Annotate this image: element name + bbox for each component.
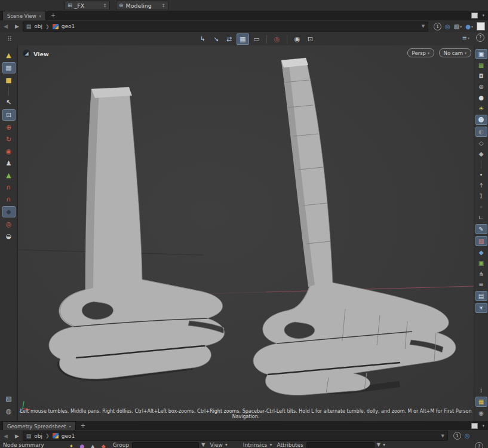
tab-geometry-spreadsheet[interactable]: Geometry Spreadsheet ▾ — [2, 421, 76, 431]
attributes-caret-icon[interactable]: ▾ — [383, 442, 385, 447]
view-caret-icon[interactable]: ▾ — [225, 442, 228, 447]
scene-viewport[interactable]: ◢ View Persp▾ No cam▾ Left mouse tumbles… — [18, 45, 474, 421]
chevron-down-icon[interactable]: ▾ — [39, 14, 41, 18]
link-target-icon[interactable]: ◎ — [445, 23, 450, 30]
point-numbers-icon[interactable]: 1 — [476, 192, 487, 201]
view-options-gear-icon[interactable]: ⊛ — [476, 82, 487, 91]
view-highlight-icon[interactable]: ▣ — [475, 49, 487, 59]
group-input[interactable] — [132, 442, 199, 448]
view-pane-menu-icon[interactable]: ◢ — [23, 50, 30, 57]
vertex-markers-icon[interactable]: ◦ — [476, 202, 487, 211]
filter-funnel-icon[interactable]: ▼ — [201, 442, 205, 447]
model-left[interactable] — [49, 87, 225, 381]
network-path-field[interactable]: ▤ obj ❯ geo1 ▼ — [23, 22, 428, 32]
rotate-tool-icon[interactable]: ↻ — [3, 134, 15, 145]
translate-tool-icon[interactable]: ⊕ — [3, 122, 15, 133]
render-view-icon[interactable]: ▧ — [3, 394, 15, 404]
filter-funnel-icon[interactable]: ▼ — [377, 442, 380, 447]
grid-display-icon[interactable]: ▦ — [476, 61, 487, 70]
box-zoom-icon[interactable]: ▭ — [251, 34, 262, 44]
new-tab-button[interactable]: + — [81, 423, 85, 429]
cube-menu-icon[interactable]: ▧▾ — [454, 23, 462, 30]
orientation-pick-icon[interactable]: ↳ — [197, 34, 208, 44]
path-segment-obj[interactable]: obj — [34, 23, 42, 29]
high-quality-light-icon[interactable]: ☻ — [475, 115, 487, 125]
eye-icon[interactable]: ◉ — [476, 409, 487, 418]
nav-forward-icon[interactable]: ▶ — [11, 23, 23, 29]
color-swatch[interactable] — [477, 22, 485, 30]
attributes-input[interactable] — [306, 442, 375, 448]
camera-select-button[interactable]: No cam▾ — [439, 48, 471, 57]
pane-menu-icon[interactable]: ▾ — [482, 13, 484, 18]
point-markers-icon[interactable]: • — [476, 170, 487, 179]
secure-selection-lock-icon[interactable]: ⊡ — [2, 109, 16, 121]
path-segment-geo1[interactable]: geo1 — [62, 433, 75, 439]
primitives-class-icon[interactable]: ▲ — [88, 442, 97, 448]
link-target-icon[interactable]: ◎ — [465, 432, 470, 439]
toolbar-drag-handle-icon[interactable]: ⠿ — [7, 35, 13, 43]
objects-mode-icon[interactable]: ▲ — [3, 50, 15, 60]
environment-menu-icon[interactable]: ◆ — [476, 149, 487, 158]
image-plane-icon[interactable]: ▣ — [476, 259, 487, 268]
primitives-mode-icon[interactable]: ■ — [3, 75, 15, 85]
view-tool-icon[interactable]: ◆ — [2, 206, 16, 217]
network-hierarchy-icon[interactable]: ≡▾ — [462, 35, 469, 41]
info-icon[interactable]: i — [476, 386, 487, 395]
axis-prongs-icon[interactable]: ⋔ — [476, 269, 487, 278]
shading-mode-icon[interactable]: ◐ — [475, 127, 487, 137]
display-menu-icon[interactable]: ≡ — [476, 280, 487, 289]
units-grid-icon[interactable]: ⊡ — [305, 34, 316, 44]
model-right[interactable] — [253, 58, 456, 395]
desktop-dropdown[interactable]: ⊕ Modeling ↕ — [116, 1, 168, 10]
intrinsics-dropdown[interactable]: Intrinsics — [243, 442, 268, 448]
nav-back-icon[interactable]: ◀ — [0, 433, 11, 439]
maximize-pane-icon[interactable] — [471, 423, 478, 429]
selection-ring-icon[interactable]: ◎ — [3, 219, 15, 229]
grid-snap-icon[interactable]: ▦ — [237, 33, 249, 45]
shelf-set-dropdown[interactable]: ⊞ _FX ↕ — [65, 1, 110, 10]
uv-overlay-icon[interactable]: ▨ — [475, 236, 487, 246]
select-tool-icon[interactable]: ↖ — [3, 97, 15, 108]
snap-magnet-icon[interactable]: ∩ — [3, 182, 15, 192]
snap-magnet-alt-icon[interactable]: ∩ — [3, 194, 15, 204]
smooth-shading-icon[interactable]: ● — [476, 93, 487, 102]
network-path-field[interactable]: ▤ obj ❯ geo1 ▼ — [23, 431, 448, 441]
detail-class-icon[interactable]: ◆ — [99, 442, 108, 448]
soft-falloff-icon[interactable]: ▲ — [3, 170, 15, 180]
camera-lock-icon[interactable]: ◘ — [476, 72, 487, 81]
perspective-menu-button[interactable]: Persp▾ — [407, 48, 434, 57]
nav-back-icon[interactable]: ◀ — [0, 23, 11, 29]
path-dropdown-icon[interactable]: ▼ — [422, 24, 425, 29]
path-segment-geo1[interactable]: geo1 — [62, 23, 75, 29]
material-sphere-icon[interactable]: ◍ — [3, 406, 15, 416]
draw-pen-icon[interactable]: ✎ — [475, 224, 487, 234]
path-dropdown-icon[interactable]: ▼ — [441, 434, 444, 438]
prim-normals-icon[interactable]: ∟ — [476, 213, 487, 222]
tab-scene-view[interactable]: Scene View ▾ — [2, 11, 46, 20]
help-icon[interactable]: ? — [476, 33, 484, 42]
pane-menu-icon[interactable]: ▾ — [482, 424, 484, 428]
point-normals-icon[interactable]: ↑ — [476, 181, 487, 190]
nav-forward-icon[interactable]: ▶ — [11, 433, 23, 439]
vertices-class-icon[interactable]: ● — [78, 442, 87, 448]
point-snap-icon[interactable]: ↘ — [210, 34, 222, 44]
scale-tool-icon[interactable]: ◉ — [3, 146, 15, 157]
visualizer-light-icon[interactable]: ☀ — [475, 303, 487, 313]
background-menu-icon[interactable]: ◇ — [476, 139, 487, 148]
reference-image-icon[interactable]: ◉ — [291, 34, 303, 44]
new-tab-button[interactable]: + — [51, 13, 56, 19]
sync-badge[interactable]: 1 — [453, 432, 461, 440]
points-class-icon[interactable]: ✦ — [67, 442, 76, 448]
snapshot-icon[interactable]: ▤ — [475, 291, 487, 301]
viewport-canvas[interactable] — [18, 45, 474, 421]
multi-snap-icon[interactable]: ⇄ — [223, 34, 235, 44]
gem-display-icon[interactable]: ◆ — [476, 248, 487, 257]
chevron-down-icon[interactable]: ▾ — [69, 424, 71, 428]
path-segment-obj[interactable]: obj — [34, 433, 42, 439]
sphere-menu-icon[interactable]: ●▾ — [465, 23, 473, 30]
headlight-icon[interactable]: ☀ — [476, 104, 487, 113]
construction-plane-icon[interactable]: ◎ — [271, 34, 283, 44]
help-icon[interactable]: ? — [475, 442, 483, 448]
sync-badge[interactable]: 1 — [434, 23, 441, 30]
grid-panel-icon[interactable]: ▦ — [475, 397, 487, 407]
